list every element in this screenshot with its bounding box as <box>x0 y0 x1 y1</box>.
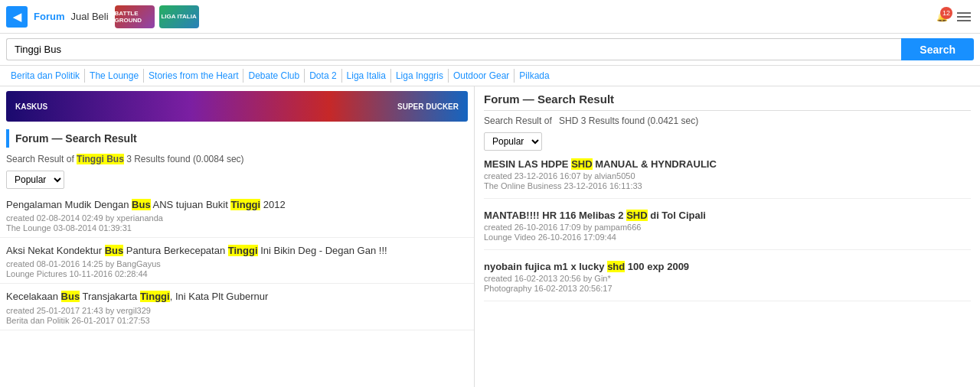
left-filter-row: Popular Latest Oldest <box>0 167 474 192</box>
left-search-result-info: Search Result of Tinggi Bus 3 Results fo… <box>0 151 474 167</box>
right-r2-before: MANTAB!!!! HR 116 Melibas 2 <box>484 210 626 221</box>
right-result-title-2[interactable]: MANTAB!!!! HR 116 Melibas 2 SHD di Tol C… <box>484 210 971 221</box>
banner-area: KASKUS SUPER DUCKER <box>0 86 474 126</box>
left-result-title-3[interactable]: Kecelakaan Bus Transjakarta Tinggi, Ini … <box>6 290 468 304</box>
nav-liga-italia[interactable]: Liga Italia <box>342 69 391 83</box>
left-result-meta-2: created 08-01-2016 14:25 by BangGayus <box>6 259 468 268</box>
left-r1-h1: Bus <box>132 199 151 210</box>
left-filter-select[interactable]: Popular Latest Oldest <box>6 171 64 189</box>
nav-debate-club[interactable]: Debate Club <box>243 69 305 83</box>
nav-pilkada[interactable]: Pilkada <box>514 69 554 83</box>
hamburger-line3 <box>957 20 971 21</box>
right-r2-after: di Tol Cipali <box>648 210 706 221</box>
right-result-suffix: 3 Results found (0.0421 sec) <box>581 115 698 126</box>
hamburger-line2 <box>957 16 971 18</box>
left-result-item-3: Kecelakaan Bus Transjakarta Tinggi, Ini … <box>0 284 474 330</box>
right-result-meta-2: created 26-10-2016 17:09 by pampam666 <box>484 223 971 232</box>
banner-left-text: KASKUS <box>15 102 47 111</box>
left-r2-before: Aksi Nekat Kondektur <box>6 245 105 256</box>
left-r1-mid: ANS tujuan Bukit <box>151 199 231 210</box>
left-result-title-1[interactable]: Pengalaman Mudik Dengan Bus ANS tujuan B… <box>6 198 468 212</box>
search-input[interactable] <box>6 38 901 60</box>
left-r3-h2: Tinggi <box>140 291 170 302</box>
liga-italia-logo[interactable]: LIGA ITALIA <box>159 5 199 28</box>
nav-stories-from-the-heart[interactable]: Stories from the Heart <box>144 69 243 83</box>
right-result-title-3[interactable]: nyobain fujica m1 x lucky shd 100 exp 20… <box>484 261 971 272</box>
right-search-keyword: SHD <box>559 115 578 126</box>
left-result-category-3: Berita dan Politik 26-01-2017 01:27:53 <box>6 316 468 325</box>
nav-the-lounge[interactable]: The Lounge <box>85 69 144 83</box>
search-button[interactable]: Search <box>901 38 974 60</box>
left-r3-h1: Bus <box>61 291 80 302</box>
right-result-meta-1: created 23-12-2016 16:07 by alvian5050 <box>484 171 971 180</box>
right-r1-after: MANUAL & HYNDRAULIC <box>593 158 717 170</box>
left-result-suffix: 3 Results found (0.0084 sec) <box>126 154 243 164</box>
right-r1-h: SHD <box>571 158 592 170</box>
nav-dota2[interactable]: Dota 2 <box>305 69 341 83</box>
left-r3-mid: Transjakarta <box>80 291 140 302</box>
right-panel: Forum — Search Result Search Result of S… <box>475 86 980 387</box>
left-r2-h1: Bus <box>105 245 124 256</box>
right-r3-h: shd <box>607 261 625 272</box>
left-r3-after: , Ini Kata Plt Gubernur <box>170 291 269 302</box>
header-logos: BATTLE GROUND LIGA ITALIA <box>115 5 199 28</box>
right-result-category-1: The Online Business 23-12-2016 16:11:33 <box>484 181 971 190</box>
right-result-item-1: MESIN LAS HDPE SHD MANUAL & HYNDRAULIC c… <box>484 158 971 199</box>
right-filter-row: Popular Latest Oldest <box>484 132 971 151</box>
back-button[interactable]: ◀ <box>6 6 28 28</box>
right-result-item-3: nyobain fujica m1 x lucky shd 100 exp 20… <box>484 261 971 301</box>
right-r3-before: nyobain fujica m1 x lucky <box>484 261 607 272</box>
left-r1-after: 2012 <box>260 199 286 210</box>
banner-right-text: SUPER DUCKER <box>397 102 459 111</box>
left-result-item-2: Aksi Nekat Kondektur Bus Pantura Berkece… <box>0 238 474 284</box>
right-r3-after: 100 exp 2009 <box>625 261 689 272</box>
right-r2-h: SHD <box>626 210 647 221</box>
left-section-title: Forum — Search Result <box>6 129 468 148</box>
header: ◀ Forum Jual Beli BATTLE GROUND LIGA ITA… <box>0 0 980 34</box>
nav-berita-dan-politik[interactable]: Berita dan Politik <box>6 69 85 83</box>
jual-beli-link[interactable]: Jual Beli <box>70 11 108 22</box>
main-layout: KASKUS SUPER DUCKER Forum — Search Resul… <box>0 86 980 387</box>
right-result-item-2: MANTAB!!!! HR 116 Melibas 2 SHD di Tol C… <box>484 210 971 250</box>
left-result-item-1: Pengalaman Mudik Dengan Bus ANS tujuan B… <box>0 192 474 238</box>
hamburger-menu[interactable] <box>954 9 974 24</box>
nav-liga-inggris[interactable]: Liga Inggris <box>391 69 449 83</box>
right-r1-before: MESIN LAS HDPE <box>484 158 571 170</box>
nav-outdoor-gear[interactable]: Outdoor Gear <box>449 69 514 83</box>
search-bar: Search <box>0 34 980 66</box>
nav-links: Berita dan Politik The Lounge Stories fr… <box>0 66 980 86</box>
forum-link[interactable]: Forum <box>34 11 64 22</box>
banner-image: KASKUS SUPER DUCKER <box>6 91 468 122</box>
hamburger-line1 <box>957 12 971 14</box>
left-r3-before: Kecelakaan <box>6 291 61 302</box>
right-result-title-1[interactable]: MESIN LAS HDPE SHD MANUAL & HYNDRAULIC <box>484 158 971 170</box>
left-result-meta-1: created 02-08-2014 02:49 by xperiananda <box>6 213 468 223</box>
left-result-category-1: The Lounge 03-08-2014 01:39:31 <box>6 223 468 233</box>
left-result-title-2[interactable]: Aksi Nekat Kondektur Bus Pantura Berkece… <box>6 244 468 258</box>
left-r2-h2: Tinggi <box>228 245 258 256</box>
left-search-keyword: Tinggi Bus <box>77 154 124 164</box>
left-result-category-2: Lounge Pictures 10-11-2016 02:28:44 <box>6 269 468 278</box>
left-r1-h2: Tinggi <box>230 199 260 210</box>
left-result-prefix: Search Result of <box>6 154 74 164</box>
battle-ground-logo[interactable]: BATTLE GROUND <box>115 5 155 28</box>
left-r2-mid: Pantura Berkecepatan <box>123 245 228 256</box>
left-result-meta-3: created 25-01-2017 21:43 by vergil329 <box>6 306 468 315</box>
notification-badge[interactable]: 🔔 12 <box>936 11 948 22</box>
right-result-category-2: Lounge Video 26-10-2016 17:09:44 <box>484 233 971 242</box>
right-result-meta-3: created 16-02-2013 20:56 by Gin* <box>484 274 971 283</box>
left-r1-before: Pengalaman Mudik Dengan <box>6 199 132 210</box>
right-section-title: Forum — Search Result <box>484 93 971 111</box>
right-search-result-info: Search Result of SHD 3 Results found (0.… <box>484 115 971 126</box>
badge-count: 12 <box>940 7 952 19</box>
right-result-prefix: Search Result of <box>484 115 552 126</box>
right-result-category-3: Photography 16-02-2013 20:56:17 <box>484 284 971 293</box>
right-filter-select[interactable]: Popular Latest Oldest <box>484 132 542 151</box>
left-panel: KASKUS SUPER DUCKER Forum — Search Resul… <box>0 86 475 387</box>
left-r2-after: Ini Bikin Deg - Degan Gan !!! <box>258 245 387 256</box>
